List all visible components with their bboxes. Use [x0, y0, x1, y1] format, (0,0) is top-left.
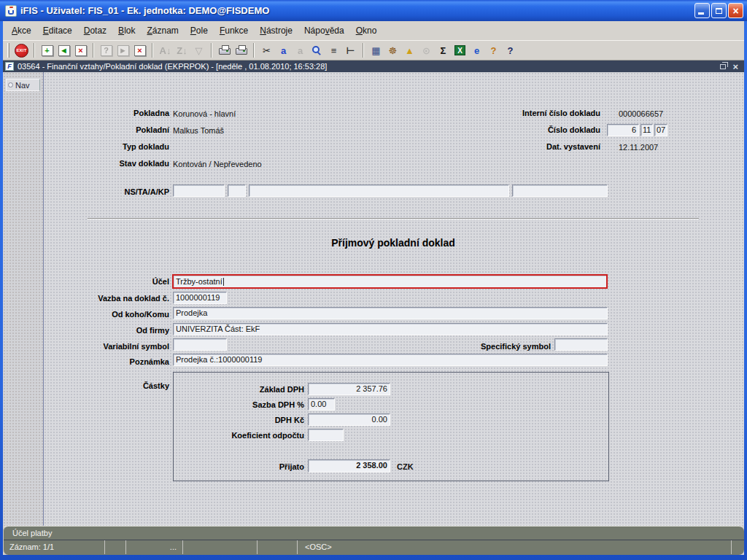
tree-view-icon[interactable]: ⊢ [342, 42, 359, 59]
window-titlebar: iFIS - Uživatel: FIS_01 - Ek. jednotka: … [0, 0, 747, 21]
ucel-field[interactable]: Tržby-ostatní [172, 274, 608, 289]
sazba-dph-label: Sazba DPH % [195, 400, 304, 409]
excel-export-icon[interactable]: X [452, 42, 468, 59]
record-indicator: Záznam: 1/1 [4, 540, 105, 554]
pokladni-value: Malkus Tomáš [173, 126, 224, 135]
list-of-values-icon[interactable]: ≡ [325, 42, 342, 59]
variabilni-symbol-label: Variabilní symbol [47, 342, 169, 351]
toolbar-grip [7, 43, 9, 58]
castky-label: Částky [47, 381, 169, 390]
cislo-dokladu-field-1[interactable]: 6 [607, 124, 639, 136]
nav-tab-label: Nav [15, 81, 30, 90]
od-koho-field[interactable]: Prodejka [173, 307, 608, 319]
java-app-icon [5, 5, 17, 17]
menu-nástroje[interactable]: Nástroje [254, 21, 298, 40]
od-firmy-field[interactable]: UNIVERZITA Část: EkF [173, 323, 608, 335]
poznamka-field[interactable]: Prodejka č.:1000000119 [173, 354, 608, 366]
sort-ascending-icon: A↓ [157, 42, 174, 59]
menu-záznam[interactable]: Záznam [141, 21, 184, 40]
toolbar-separator [253, 43, 255, 58]
application-window: iFIS - Uživatel: FIS_01 - Ek. jednotka: … [0, 0, 747, 560]
maximize-icon [716, 8, 722, 14]
dph-kc-field[interactable]: 0.00 [308, 413, 390, 426]
vazba-field[interactable]: 1000000119 [173, 292, 227, 304]
specificky-symbol-label: Specifický symbol [405, 342, 551, 351]
stav-dokladu-label: Stav dokladu [47, 159, 169, 168]
exit-button[interactable]: EXIT [13, 42, 30, 59]
find-icon[interactable] [309, 42, 325, 59]
print-icon[interactable] [216, 42, 233, 59]
status-cell-2 [105, 540, 126, 554]
ucel-label: Účel [47, 277, 169, 286]
mdi-titlebar: F 03564 - Finanční vztahy/Pokladní dokla… [3, 61, 744, 72]
filter-icon: ▽ [190, 42, 207, 59]
execute-query-icon: ► [115, 42, 131, 59]
menu-dotaz[interactable]: Dotaz [78, 21, 112, 40]
cislo-dokladu-label: Číslo dokladu [454, 125, 600, 134]
nav-tab-strip [3, 72, 44, 526]
copy-value-icon[interactable]: a [275, 42, 292, 59]
menu-nápověda[interactable]: Nápověda [298, 21, 350, 40]
prijato-field[interactable]: 2 358.00 [308, 459, 390, 472]
menu-okno[interactable]: Okno [350, 21, 383, 40]
toolbar-separator [34, 43, 35, 58]
toolbar-separator [93, 43, 94, 58]
sort-descending-icon: Z↓ [174, 42, 190, 59]
zaklad-dph-label: Základ DPH [195, 385, 304, 394]
window-title: iFIS - Uživatel: FIS_01 - Ek. jednotka: … [20, 5, 269, 16]
menu-pole[interactable]: Pole [185, 21, 214, 40]
akce-field[interactable] [249, 184, 509, 197]
cislo-dokladu-field-2[interactable]: 11 [640, 124, 653, 136]
zaklad-dph-field[interactable]: 2 357.76 [308, 383, 390, 395]
calculator-icon: ⊙ [418, 42, 435, 59]
menu-bar: AkceEditaceDotazBlokZáznamPoleFunkceNást… [3, 21, 744, 40]
nav-radio-icon [8, 82, 13, 88]
minimize-button[interactable] [694, 3, 710, 18]
status-hint: Účel platby [4, 526, 744, 540]
browser-icon[interactable]: e [468, 42, 485, 59]
help-topics-icon[interactable]: ? [485, 42, 502, 59]
datum-vystaveni-value: 12.11.2007 [619, 143, 658, 152]
sazba-dph-field[interactable]: 0.00 [308, 398, 335, 411]
koeficient-field[interactable] [308, 429, 344, 441]
cancel-query-icon[interactable]: × [131, 42, 148, 59]
od-firmy-label: Od firmy [47, 326, 169, 335]
enter-query-icon: ? [98, 42, 115, 59]
help-icon[interactable]: ? [502, 42, 519, 59]
mdi-restore-button[interactable] [720, 64, 726, 69]
catalog-icon[interactable]: ▦ [368, 42, 384, 59]
menu-funkce[interactable]: Funkce [214, 21, 254, 40]
status-osc: <OSC> [298, 540, 732, 554]
menu-blok[interactable]: Blok [112, 21, 141, 40]
poznamka-label: Poznámka [47, 357, 169, 366]
insert-record-icon[interactable]: + [39, 42, 55, 59]
cut-icon[interactable]: ✂ [258, 42, 275, 59]
datum-vystaveni-label: Dat. vystavení [454, 142, 600, 151]
pokladna-label: Pokladna [47, 109, 169, 117]
form-canvas: Nav Pokladna Korunová - hlavní Pokladní … [3, 72, 744, 526]
kp-field[interactable] [512, 184, 608, 197]
variabilni-symbol-field[interactable] [173, 338, 227, 351]
duplicate-record-icon[interactable]: ◄ [55, 42, 72, 59]
ns-field[interactable] [173, 184, 225, 197]
helm-icon[interactable]: ☸ [384, 42, 401, 59]
wizard-icon[interactable]: ▲ [401, 42, 418, 59]
ta-field[interactable] [228, 184, 246, 197]
menu-editace[interactable]: Editace [37, 21, 78, 40]
koeficient-label: Koeficient odpočtu [195, 431, 304, 440]
menu-akce[interactable]: Akce [6, 21, 37, 40]
print-setup-icon[interactable] [233, 42, 249, 59]
maximize-button[interactable] [711, 3, 727, 18]
mdi-close-button[interactable]: × [732, 62, 738, 71]
nav-tab[interactable]: Nav [6, 79, 40, 91]
close-button[interactable]: × [728, 3, 743, 18]
sum-icon[interactable]: Σ [435, 42, 452, 59]
toolbar-separator [211, 43, 212, 58]
toolbar-separator [152, 43, 153, 58]
section-title: Příjmový pokladní doklad [88, 237, 699, 249]
ns-ta-a-kp-label: NS/TA/A/KP [47, 187, 169, 196]
specificky-symbol-field[interactable] [554, 338, 608, 351]
delete-record-icon[interactable]: × [72, 42, 89, 59]
cislo-dokladu-field-3[interactable]: 07 [654, 124, 667, 136]
paste-value-icon: a [292, 42, 309, 59]
